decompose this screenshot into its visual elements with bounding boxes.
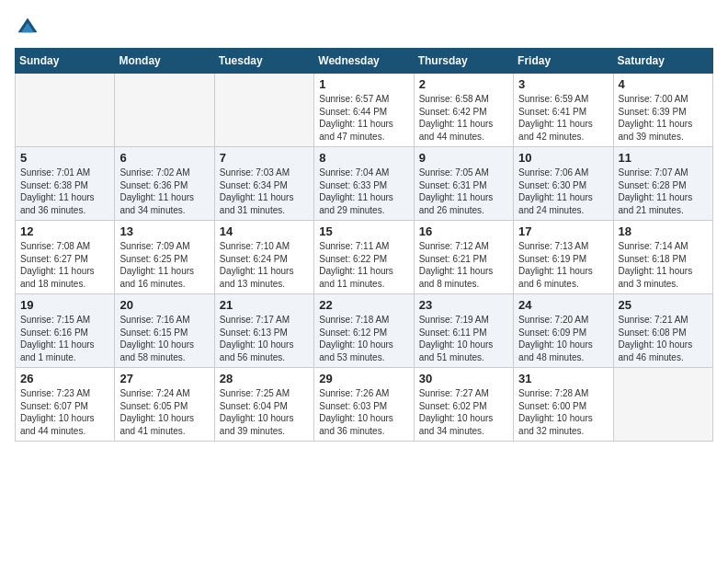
day-info: Sunrise: 7:14 AM Sunset: 6:18 PM Dayligh… [619,240,708,290]
calendar-cell: 20Sunrise: 7:16 AM Sunset: 6:15 PM Dayli… [115,294,214,368]
calendar-cell: 30Sunrise: 7:27 AM Sunset: 6:02 PM Dayli… [414,368,513,442]
calendar-table: SundayMondayTuesdayWednesdayThursdayFrid… [15,48,713,442]
day-number: 31 [518,372,608,385]
calendar-cell: 7Sunrise: 7:03 AM Sunset: 6:34 PM Daylig… [214,147,313,221]
day-info: Sunrise: 7:02 AM Sunset: 6:36 PM Dayligh… [119,167,209,216]
day-info: Sunrise: 7:23 AM Sunset: 6:07 PM Dayligh… [20,387,109,437]
day-number: 3 [518,77,608,91]
day-info: Sunrise: 7:10 AM Sunset: 6:24 PM Dayligh… [220,240,309,290]
day-number: 21 [220,298,309,312]
calendar-cell: 16Sunrise: 7:12 AM Sunset: 6:21 PM Dayli… [414,221,513,294]
day-info: Sunrise: 7:19 AM Sunset: 6:11 PM Dayligh… [419,314,508,363]
calendar-header-row: SundayMondayTuesdayWednesdayThursdayFrid… [16,49,713,74]
day-info: Sunrise: 7:15 AM Sunset: 6:16 PM Dayligh… [20,314,109,363]
calendar-cell: 28Sunrise: 7:25 AM Sunset: 6:04 PM Dayli… [214,368,313,442]
calendar-cell: 25Sunrise: 7:21 AM Sunset: 6:08 PM Dayli… [613,294,712,368]
calendar-cell: 18Sunrise: 7:14 AM Sunset: 6:18 PM Dayli… [613,221,712,294]
calendar-cell [613,368,712,442]
calendar-cell: 5Sunrise: 7:01 AM Sunset: 6:38 PM Daylig… [16,147,115,221]
calendar-cell: 22Sunrise: 7:18 AM Sunset: 6:12 PM Dayli… [314,294,414,368]
day-info: Sunrise: 7:13 AM Sunset: 6:19 PM Dayligh… [518,240,608,290]
calendar-cell: 4Sunrise: 7:00 AM Sunset: 6:39 PM Daylig… [613,74,712,147]
calendar-header-thursday: Thursday [414,49,513,74]
calendar-header-wednesday: Wednesday [314,49,414,74]
day-number: 27 [119,372,209,385]
calendar-cell: 2Sunrise: 6:58 AM Sunset: 6:42 PM Daylig… [414,74,513,147]
day-number: 24 [518,298,608,312]
day-number: 7 [220,151,309,165]
day-info: Sunrise: 7:07 AM Sunset: 6:28 PM Dayligh… [619,167,708,216]
day-number: 26 [20,372,109,385]
calendar-cell: 3Sunrise: 6:59 AM Sunset: 6:41 PM Daylig… [514,74,613,147]
calendar-cell: 14Sunrise: 7:10 AM Sunset: 6:24 PM Dayli… [214,221,313,294]
calendar-cell: 11Sunrise: 7:07 AM Sunset: 6:28 PM Dayli… [613,147,712,221]
day-number: 20 [119,298,209,312]
calendar-cell [115,74,214,147]
day-info: Sunrise: 6:59 AM Sunset: 6:41 PM Dayligh… [518,93,608,143]
calendar-cell: 31Sunrise: 7:28 AM Sunset: 6:00 PM Dayli… [514,368,613,442]
page-header [15,15,713,40]
calendar-cell: 6Sunrise: 7:02 AM Sunset: 6:36 PM Daylig… [115,147,214,221]
day-number: 10 [518,151,608,165]
day-info: Sunrise: 7:12 AM Sunset: 6:21 PM Dayligh… [419,240,508,290]
day-number: 19 [20,298,109,312]
day-number: 29 [319,372,408,385]
day-info: Sunrise: 7:03 AM Sunset: 6:34 PM Dayligh… [220,167,309,216]
calendar-week-row: 26Sunrise: 7:23 AM Sunset: 6:07 PM Dayli… [16,368,713,442]
day-info: Sunrise: 7:09 AM Sunset: 6:25 PM Dayligh… [119,240,209,290]
day-number: 14 [220,224,309,238]
calendar-header-tuesday: Tuesday [214,49,313,74]
calendar-cell: 17Sunrise: 7:13 AM Sunset: 6:19 PM Dayli… [514,221,613,294]
day-info: Sunrise: 7:08 AM Sunset: 6:27 PM Dayligh… [20,240,109,290]
day-number: 18 [619,224,708,238]
calendar-cell: 10Sunrise: 7:06 AM Sunset: 6:30 PM Dayli… [514,147,613,221]
day-info: Sunrise: 7:16 AM Sunset: 6:15 PM Dayligh… [119,314,209,363]
day-number: 9 [419,151,508,165]
day-info: Sunrise: 7:01 AM Sunset: 6:38 PM Dayligh… [20,167,109,216]
day-info: Sunrise: 7:28 AM Sunset: 6:00 PM Dayligh… [518,387,608,437]
calendar-cell: 21Sunrise: 7:17 AM Sunset: 6:13 PM Dayli… [214,294,313,368]
calendar-week-row: 19Sunrise: 7:15 AM Sunset: 6:16 PM Dayli… [16,294,713,368]
calendar-cell: 24Sunrise: 7:20 AM Sunset: 6:09 PM Dayli… [514,294,613,368]
calendar-week-row: 12Sunrise: 7:08 AM Sunset: 6:27 PM Dayli… [16,221,713,294]
calendar-cell: 15Sunrise: 7:11 AM Sunset: 6:22 PM Dayli… [314,221,414,294]
day-info: Sunrise: 7:21 AM Sunset: 6:08 PM Dayligh… [619,314,708,363]
day-number: 28 [220,372,309,385]
day-info: Sunrise: 7:11 AM Sunset: 6:22 PM Dayligh… [319,240,408,290]
day-info: Sunrise: 6:57 AM Sunset: 6:44 PM Dayligh… [319,93,408,143]
day-info: Sunrise: 7:17 AM Sunset: 6:13 PM Dayligh… [220,314,309,363]
day-number: 15 [319,224,408,238]
calendar-cell: 27Sunrise: 7:24 AM Sunset: 6:05 PM Dayli… [115,368,214,442]
day-number: 22 [319,298,408,312]
calendar-cell: 1Sunrise: 6:57 AM Sunset: 6:44 PM Daylig… [314,74,414,147]
day-number: 8 [319,151,408,165]
calendar-cell: 29Sunrise: 7:26 AM Sunset: 6:03 PM Dayli… [314,368,414,442]
calendar-header-friday: Friday [514,49,613,74]
calendar-week-row: 1Sunrise: 6:57 AM Sunset: 6:44 PM Daylig… [16,74,713,147]
calendar-cell [16,74,115,147]
calendar-cell: 12Sunrise: 7:08 AM Sunset: 6:27 PM Dayli… [16,221,115,294]
calendar-week-row: 5Sunrise: 7:01 AM Sunset: 6:38 PM Daylig… [16,147,713,221]
calendar-cell: 9Sunrise: 7:05 AM Sunset: 6:31 PM Daylig… [414,147,513,221]
day-number: 16 [419,224,508,238]
day-number: 11 [619,151,708,165]
day-info: Sunrise: 7:25 AM Sunset: 6:04 PM Dayligh… [220,387,309,437]
day-number: 1 [319,77,408,91]
day-number: 17 [518,224,608,238]
calendar-cell: 8Sunrise: 7:04 AM Sunset: 6:33 PM Daylig… [314,147,414,221]
calendar-header-sunday: Sunday [16,49,115,74]
logo-icon [15,15,40,40]
day-number: 13 [119,224,209,238]
calendar-cell: 13Sunrise: 7:09 AM Sunset: 6:25 PM Dayli… [115,221,214,294]
day-info: Sunrise: 7:05 AM Sunset: 6:31 PM Dayligh… [419,167,508,216]
day-info: Sunrise: 7:26 AM Sunset: 6:03 PM Dayligh… [319,387,408,437]
day-info: Sunrise: 7:24 AM Sunset: 6:05 PM Dayligh… [119,387,209,437]
day-info: Sunrise: 7:18 AM Sunset: 6:12 PM Dayligh… [319,314,408,363]
day-number: 5 [20,151,109,165]
day-info: Sunrise: 7:27 AM Sunset: 6:02 PM Dayligh… [419,387,508,437]
calendar-cell: 26Sunrise: 7:23 AM Sunset: 6:07 PM Dayli… [16,368,115,442]
day-info: Sunrise: 7:20 AM Sunset: 6:09 PM Dayligh… [518,314,608,363]
day-info: Sunrise: 7:00 AM Sunset: 6:39 PM Dayligh… [619,93,708,143]
calendar-cell: 19Sunrise: 7:15 AM Sunset: 6:16 PM Dayli… [16,294,115,368]
logo [15,15,44,40]
